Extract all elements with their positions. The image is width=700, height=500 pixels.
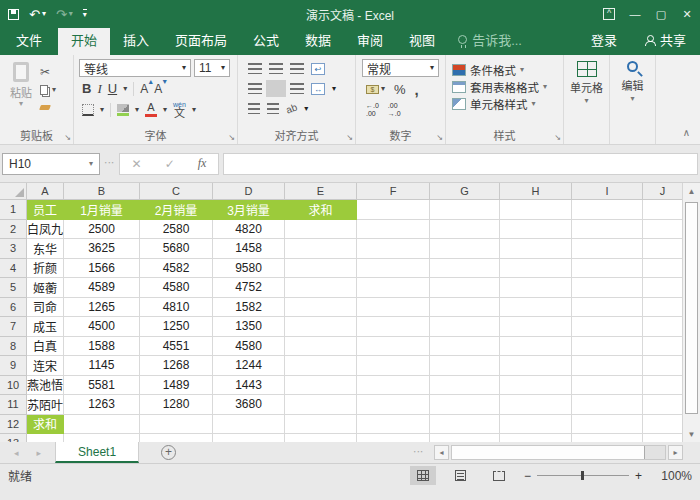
cells-label[interactable]: 单元格 (570, 79, 603, 95)
tab-视图[interactable]: 视图 (396, 25, 448, 55)
row-header-8[interactable]: 8 (0, 337, 27, 357)
normal-view-button[interactable] (410, 466, 436, 485)
cell-H7[interactable] (500, 317, 572, 337)
cell-F6[interactable] (357, 298, 430, 318)
cell-I6[interactable] (572, 298, 643, 318)
cell-G5[interactable] (430, 278, 500, 298)
phonetic-dropdown-icon[interactable]: ▾ (192, 106, 196, 114)
cell-B9[interactable]: 1145 (64, 356, 140, 376)
scroll-up-button[interactable]: ▲ (683, 183, 700, 199)
ribbon-display-options-button[interactable]: ^ (596, 0, 622, 28)
cell-E4[interactable] (285, 259, 357, 279)
cell-H6[interactable] (500, 298, 572, 318)
alignment-dialog-launcher[interactable]: ↘ (346, 133, 353, 142)
cell-I3[interactable] (572, 239, 643, 259)
cell-B12[interactable] (64, 415, 140, 435)
cell-E11[interactable] (285, 395, 357, 415)
row-header-1[interactable]: 1 (0, 200, 27, 220)
cell-J6[interactable] (643, 298, 682, 318)
cell-I1[interactable] (572, 200, 643, 220)
cell-C12[interactable] (140, 415, 213, 435)
vertical-scrollbar[interactable]: ▲ ▼ (682, 183, 700, 442)
undo-button[interactable]: ↶▾ (29, 8, 46, 21)
cell-H12[interactable] (500, 415, 572, 435)
cell-C4[interactable]: 4582 (140, 259, 213, 279)
cell-D10[interactable]: 1443 (213, 376, 285, 396)
cell-C5[interactable]: 4580 (140, 278, 213, 298)
redo-button[interactable]: ↷▾ (56, 8, 73, 21)
cell-F4[interactable] (357, 259, 430, 279)
row-header-13[interactable]: 13 (0, 434, 27, 442)
row-header-12[interactable]: 12 (0, 415, 27, 435)
cell-A12[interactable]: 求和 (27, 415, 64, 435)
row-header-7[interactable]: 7 (0, 317, 27, 337)
bold-button[interactable]: B (82, 81, 91, 96)
horizontal-scroll-track[interactable] (451, 445, 666, 460)
col-header-H[interactable]: H (500, 183, 572, 200)
cell-A9[interactable]: 连宋 (27, 356, 64, 376)
cell-F3[interactable] (357, 239, 430, 259)
align-right-button[interactable] (290, 83, 304, 94)
styles-dialog-launcher[interactable]: ↘ (554, 133, 561, 142)
cell-C2[interactable]: 2580 (140, 220, 213, 240)
share-button[interactable]: 共享 (631, 25, 700, 55)
cell-J12[interactable] (643, 415, 682, 435)
cell-I4[interactable] (572, 259, 643, 279)
cell-A8[interactable]: 白真 (27, 337, 64, 357)
decrease-indent-button[interactable] (248, 103, 260, 114)
orientation-dropdown-icon[interactable]: ▾ (304, 105, 308, 113)
cell-E5[interactable] (285, 278, 357, 298)
row-header-3[interactable]: 3 (0, 239, 27, 259)
orientation-button[interactable]: ab (284, 101, 298, 115)
cell-H13[interactable] (500, 434, 572, 442)
cell-C1[interactable]: 2月销量 (140, 200, 213, 220)
name-box[interactable]: H10 ▾ (2, 153, 100, 175)
cell-G10[interactable] (430, 376, 500, 396)
cell-E12[interactable] (285, 415, 357, 435)
cell-H11[interactable] (500, 395, 572, 415)
cell-B13[interactable] (64, 434, 140, 442)
cell-G13[interactable] (430, 434, 500, 442)
cell-D7[interactable]: 1350 (213, 317, 285, 337)
cell-I5[interactable] (572, 278, 643, 298)
cell-J8[interactable] (643, 337, 682, 357)
close-button[interactable]: ✕ (674, 0, 700, 28)
decrease-decimal-button[interactable]: .00 →.0 (388, 102, 401, 117)
cell-I11[interactable] (572, 395, 643, 415)
tab-审阅[interactable]: 审阅 (344, 25, 396, 55)
col-header-C[interactable]: C (140, 183, 213, 200)
font-color-button[interactable]: A (145, 102, 157, 117)
middle-align-button[interactable] (269, 63, 283, 74)
underline-button[interactable]: U (108, 81, 117, 96)
cell-E7[interactable] (285, 317, 357, 337)
cell-B10[interactable]: 5581 (64, 376, 140, 396)
cell-C3[interactable]: 5680 (140, 239, 213, 259)
cell-A4[interactable]: 折颜 (27, 259, 64, 279)
top-align-button[interactable] (248, 63, 262, 74)
tab-插入[interactable]: 插入 (110, 25, 162, 55)
cell-styles-button[interactable]: 单元格样式▾ (448, 95, 561, 112)
cell-B8[interactable]: 1588 (64, 337, 140, 357)
fill-color-dropdown-icon[interactable]: ▾ (135, 106, 139, 114)
cell-I12[interactable] (572, 415, 643, 435)
format-as-table-button[interactable]: 套用表格格式▾ (448, 78, 561, 95)
cell-B6[interactable]: 1265 (64, 298, 140, 318)
cell-A13[interactable] (27, 434, 64, 442)
cell-J7[interactable] (643, 317, 682, 337)
confirm-entry-button[interactable]: ✓ (165, 157, 175, 171)
editing-dropdown-icon[interactable]: ▾ (630, 95, 634, 103)
percent-style-button[interactable]: % (394, 82, 406, 97)
cell-H8[interactable] (500, 337, 572, 357)
cell-J1[interactable] (643, 200, 682, 220)
cell-F12[interactable] (357, 415, 430, 435)
cancel-entry-button[interactable]: ✕ (132, 157, 142, 171)
cell-B5[interactable]: 4589 (64, 278, 140, 298)
select-all-corner[interactable] (0, 183, 27, 200)
cell-E9[interactable] (285, 356, 357, 376)
cell-D6[interactable]: 1582 (213, 298, 285, 318)
row-header-6[interactable]: 6 (0, 298, 27, 318)
cells-dropdown-icon[interactable]: ▾ (584, 97, 588, 105)
page-break-view-button[interactable] (486, 466, 512, 485)
cell-B4[interactable]: 1566 (64, 259, 140, 279)
cell-A7[interactable]: 成玉 (27, 317, 64, 337)
